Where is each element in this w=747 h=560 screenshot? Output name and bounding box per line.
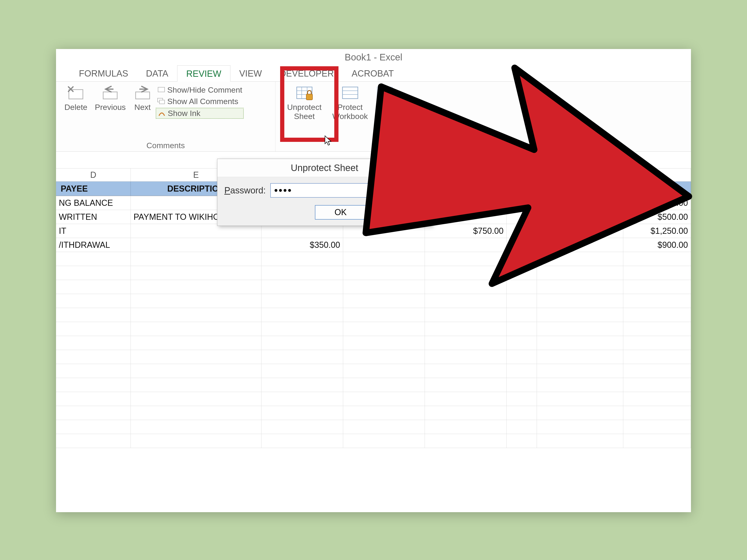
cell[interactable]: [537, 280, 623, 294]
cell[interactable]: [623, 336, 691, 350]
cell[interactable]: [56, 280, 131, 294]
cell[interactable]: [343, 280, 425, 294]
cell[interactable]: [343, 350, 425, 364]
cell[interactable]: [507, 420, 537, 434]
cell[interactable]: [56, 420, 131, 434]
cell[interactable]: [425, 420, 507, 434]
cell[interactable]: [56, 350, 131, 364]
cell[interactable]: [507, 238, 537, 252]
next-comment-button[interactable]: Next: [130, 84, 156, 119]
cell[interactable]: [425, 406, 507, 420]
cell[interactable]: [261, 224, 343, 238]
cell[interactable]: [507, 224, 537, 238]
cell[interactable]: [537, 294, 623, 308]
cell[interactable]: WRITTEN: [56, 210, 131, 224]
cell[interactable]: [623, 294, 691, 308]
col-header-i[interactable]: I: [507, 168, 537, 181]
cell[interactable]: [261, 322, 343, 336]
cell[interactable]: [507, 252, 537, 266]
cell[interactable]: [343, 378, 425, 392]
cell[interactable]: [507, 406, 537, 420]
cell[interactable]: [425, 196, 507, 210]
cell[interactable]: [623, 308, 691, 322]
tab-formulas[interactable]: FORMULAS: [70, 65, 137, 81]
cell[interactable]: [56, 378, 131, 392]
cell[interactable]: [343, 266, 425, 280]
col-header-k[interactable]: K: [623, 168, 691, 181]
cell[interactable]: [507, 280, 537, 294]
cell[interactable]: [343, 224, 425, 238]
cell[interactable]: [537, 350, 623, 364]
cell[interactable]: [131, 350, 261, 364]
tab-developer[interactable]: DEVELOPER: [271, 65, 343, 81]
cell[interactable]: [537, 238, 623, 252]
dialog-help-button[interactable]: ?: [397, 161, 411, 174]
cell[interactable]: [343, 308, 425, 322]
cell[interactable]: [623, 266, 691, 280]
cell[interactable]: [261, 378, 343, 392]
cell[interactable]: [131, 308, 261, 322]
cell[interactable]: [623, 280, 691, 294]
cell[interactable]: $500.00: [623, 210, 691, 224]
cell[interactable]: [623, 252, 691, 266]
cell[interactable]: [56, 364, 131, 378]
cell[interactable]: NG BALANCE: [56, 196, 131, 210]
ok-button[interactable]: OK: [315, 205, 366, 219]
cell[interactable]: [343, 434, 425, 448]
cell[interactable]: [343, 294, 425, 308]
show-hide-comment-button[interactable]: Show/Hide Comment: [156, 85, 244, 95]
cell[interactable]: [131, 420, 261, 434]
cell[interactable]: [425, 392, 507, 406]
cell[interactable]: [425, 210, 507, 224]
cell[interactable]: $900.00: [623, 238, 691, 252]
cell[interactable]: [261, 252, 343, 266]
cell[interactable]: $350.00: [261, 238, 343, 252]
cell[interactable]: [56, 294, 131, 308]
cell[interactable]: [537, 364, 623, 378]
delete-comment-button[interactable]: Delete: [61, 84, 91, 119]
cell[interactable]: [343, 364, 425, 378]
cell[interactable]: [131, 434, 261, 448]
cell[interactable]: [623, 322, 691, 336]
cell[interactable]: $1,000.00: [623, 196, 691, 210]
cell[interactable]: [343, 392, 425, 406]
cell[interactable]: [425, 434, 507, 448]
cell[interactable]: [623, 364, 691, 378]
cell[interactable]: [131, 364, 261, 378]
cell[interactable]: [131, 378, 261, 392]
cell[interactable]: [537, 406, 623, 420]
cell[interactable]: [56, 336, 131, 350]
col-header-j[interactable]: [537, 168, 623, 181]
tab-acrobat[interactable]: ACROBAT: [343, 65, 403, 81]
password-input[interactable]: [270, 183, 424, 197]
cell[interactable]: [425, 322, 507, 336]
cell[interactable]: [131, 294, 261, 308]
cell[interactable]: [343, 252, 425, 266]
cell[interactable]: [507, 266, 537, 280]
cell[interactable]: [623, 378, 691, 392]
cell[interactable]: [507, 308, 537, 322]
cell[interactable]: [425, 308, 507, 322]
cell[interactable]: [56, 434, 131, 448]
cell[interactable]: [131, 238, 261, 252]
cell[interactable]: [425, 378, 507, 392]
cell[interactable]: [425, 350, 507, 364]
cell[interactable]: [56, 392, 131, 406]
cell[interactable]: [507, 210, 537, 224]
dialog-close-button[interactable]: ×: [412, 161, 429, 174]
cell[interactable]: [425, 364, 507, 378]
cell[interactable]: [537, 322, 623, 336]
cell[interactable]: [537, 308, 623, 322]
col-header-h[interactable]: H: [425, 168, 507, 181]
cell[interactable]: [507, 364, 537, 378]
cell[interactable]: [261, 266, 343, 280]
cell[interactable]: [537, 252, 623, 266]
cell[interactable]: [56, 322, 131, 336]
cell[interactable]: [131, 224, 261, 238]
unprotect-sheet-button[interactable]: Unprotect Sheet: [280, 84, 329, 122]
cell[interactable]: [537, 196, 623, 210]
cell[interactable]: [507, 322, 537, 336]
cell[interactable]: [56, 252, 131, 266]
tab-view[interactable]: VIEW: [230, 65, 271, 81]
cell[interactable]: [425, 252, 507, 266]
